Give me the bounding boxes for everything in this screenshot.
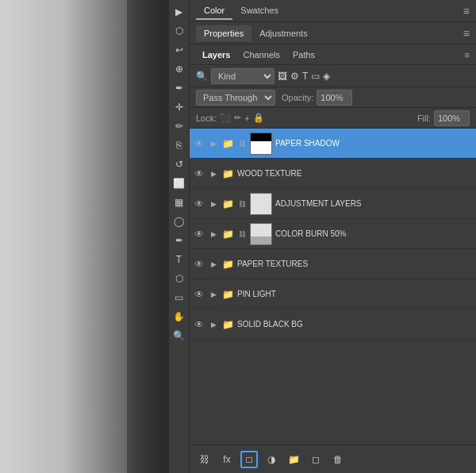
filter-icon-img[interactable]: 🖼 [278, 71, 287, 82]
layer-folder-icon: 📁 [221, 137, 234, 150]
new-fill-layer-icon[interactable]: ◑ [263, 451, 280, 468]
lock-artboard-icon[interactable]: + [244, 113, 249, 123]
lock-bar: Lock: ⬛ ✏ + 🔒 Fill: [190, 108, 476, 129]
layers-tab-bar: Layers Channels Paths ≡ [190, 44, 476, 65]
layer-name: SOLID BLACK BG [237, 320, 473, 329]
right-panel: Color Swatches ≡ Properties Adjustments … [190, 0, 476, 473]
canvas-image [0, 0, 169, 473]
bottom-toolbar: ⛓ fx □ ◑ 📁 ◻ 🗑 [190, 444, 476, 473]
layer-item[interactable]: 👁▶📁WOOD TEXTURE [190, 159, 476, 189]
secondary-menu-icon[interactable]: ≡ [463, 27, 470, 40]
layer-visibility-icon[interactable]: 👁 [193, 258, 205, 271]
layer-expand-icon[interactable]: ▶ [209, 290, 218, 299]
layer-thumbnail [250, 223, 272, 245]
tab-channels[interactable]: Channels [236, 48, 286, 62]
layer-chain-icon: ⛓ [237, 199, 247, 209]
select-tool-icon[interactable]: ⬡ [171, 22, 188, 40]
new-group-icon[interactable]: 📁 [285, 451, 302, 468]
layer-item[interactable]: 👁▶📁PAPER TEXTURES [190, 249, 476, 279]
layer-expand-icon[interactable]: ▶ [209, 139, 218, 148]
delete-layer-icon[interactable]: 🗑 [329, 451, 347, 468]
layer-folder-icon: 📁 [221, 288, 234, 301]
zoom-icon[interactable]: 🔍 [171, 327, 188, 344]
gradient-icon[interactable]: ▦ [171, 194, 188, 211]
layer-visibility-icon[interactable]: 👁 [193, 318, 205, 331]
top-tab-bar: Color Swatches ≡ [190, 0, 476, 22]
panel-menu-icon[interactable]: ≡ [463, 5, 470, 17]
layer-item[interactable]: 👁▶📁⛓PAPER SHADOW [190, 129, 476, 159]
crop-tool-icon[interactable]: ⊕ [171, 60, 188, 78]
layer-visibility-icon[interactable]: 👁 [193, 137, 205, 150]
layer-name: PIN LIGHT [237, 290, 473, 298]
move-tool-icon[interactable]: ▶ [171, 3, 188, 21]
clone-icon[interactable]: ⎘ [171, 137, 188, 154]
blend-bar: Pass Through Opacity: [190, 87, 476, 108]
layers-menu-icon[interactable]: ≡ [465, 50, 470, 60]
layer-name: ADJUSTMENT LAYERS [275, 199, 473, 208]
layer-folder-icon: 📁 [221, 318, 234, 331]
layer-expand-icon[interactable]: ▶ [209, 199, 218, 209]
eraser-icon[interactable]: ⬜ [171, 175, 188, 192]
layer-expand-icon[interactable]: ▶ [209, 320, 218, 329]
layer-visibility-icon[interactable]: 👁 [193, 167, 205, 180]
new-layer-icon[interactable]: ◻ [307, 451, 324, 468]
brush-icon[interactable]: ✏ [171, 117, 188, 135]
layer-visibility-icon[interactable]: 👁 [193, 288, 205, 301]
type-icon[interactable]: T [171, 251, 188, 268]
layer-thumbnail [250, 193, 272, 215]
lock-pixels-icon[interactable]: ⬛ [220, 113, 231, 123]
fill-input[interactable] [434, 110, 470, 126]
filter-icon-smart[interactable]: ◈ [323, 71, 330, 82]
dodge-icon[interactable]: ◯ [171, 213, 188, 230]
layer-visibility-icon[interactable]: 👁 [193, 198, 205, 210]
tab-color[interactable]: Color [196, 2, 232, 20]
layer-item[interactable]: 👁▶📁PIN LIGHT [190, 279, 476, 310]
paper-texture [0, 0, 127, 473]
layer-expand-icon[interactable]: ▶ [209, 260, 218, 269]
kind-select[interactable]: Kind [211, 68, 274, 84]
canvas-area [0, 0, 169, 473]
tab-swatches[interactable]: Swatches [232, 2, 286, 20]
path-icon[interactable]: ⬡ [171, 270, 188, 287]
layer-folder-icon: 📁 [221, 228, 234, 240]
layer-name: PAPER TEXTURES [237, 260, 473, 268]
filter-bar: 🔍 Kind 🖼 ⚙ T ▭ ◈ [190, 65, 476, 87]
layer-expand-icon[interactable]: ▶ [209, 169, 218, 179]
shape-icon[interactable]: ▭ [171, 289, 188, 306]
healing-icon[interactable]: ✛ [171, 98, 188, 116]
tab-adjustments[interactable]: Adjustments [251, 25, 316, 41]
layer-folder-icon: 📁 [221, 167, 234, 180]
layer-folder-icon: 📁 [221, 198, 234, 210]
lock-all-icon[interactable]: 🔒 [253, 113, 264, 123]
lock-position-icon[interactable]: ✏ [234, 113, 241, 123]
torn-edge [129, 0, 169, 473]
layer-item[interactable]: 👁▶📁⛓ADJUSTMENT LAYERS [190, 189, 476, 219]
tab-layers[interactable]: Layers [196, 48, 236, 62]
layer-expand-icon[interactable]: ▶ [209, 229, 218, 239]
hand-icon[interactable]: ✋ [171, 308, 188, 325]
layer-chain-icon: ⛓ [237, 139, 247, 148]
layer-item[interactable]: 👁▶📁SOLID BLACK BG [190, 310, 476, 340]
history-icon[interactable]: ↺ [171, 156, 188, 173]
opacity-input[interactable] [317, 90, 352, 106]
tab-properties[interactable]: Properties [196, 25, 251, 41]
blend-mode-select[interactable]: Pass Through [196, 90, 275, 106]
layer-folder-icon: 📁 [221, 258, 234, 271]
lock-label: Lock: [196, 113, 217, 123]
layer-item[interactable]: 👁▶📁⛓COLOR BURN 50% [190, 219, 476, 249]
fill-label: Fill: [417, 113, 431, 123]
layer-visibility-icon[interactable]: 👁 [193, 228, 205, 240]
filter-icon-text[interactable]: T [302, 71, 308, 82]
layers-list: 👁▶📁⛓PAPER SHADOW👁▶📁WOOD TEXTURE👁▶📁⛓ADJUS… [190, 129, 476, 444]
layer-chain-icon: ⛓ [237, 229, 247, 239]
fx-icon[interactable]: fx [218, 451, 236, 468]
tab-paths[interactable]: Paths [286, 48, 321, 62]
eyedropper-icon[interactable]: ✒ [171, 79, 188, 97]
secondary-tab-bar: Properties Adjustments ≡ [190, 22, 476, 44]
new-layer-mask-icon[interactable]: □ [240, 451, 258, 468]
link-layers-icon[interactable]: ⛓ [196, 451, 213, 468]
filter-icon-shape[interactable]: ▭ [311, 71, 320, 82]
filter-icon-adjust[interactable]: ⚙ [290, 71, 299, 82]
pen-icon[interactable]: ✒ [171, 232, 188, 249]
lasso-tool-icon[interactable]: ↩ [171, 41, 188, 59]
